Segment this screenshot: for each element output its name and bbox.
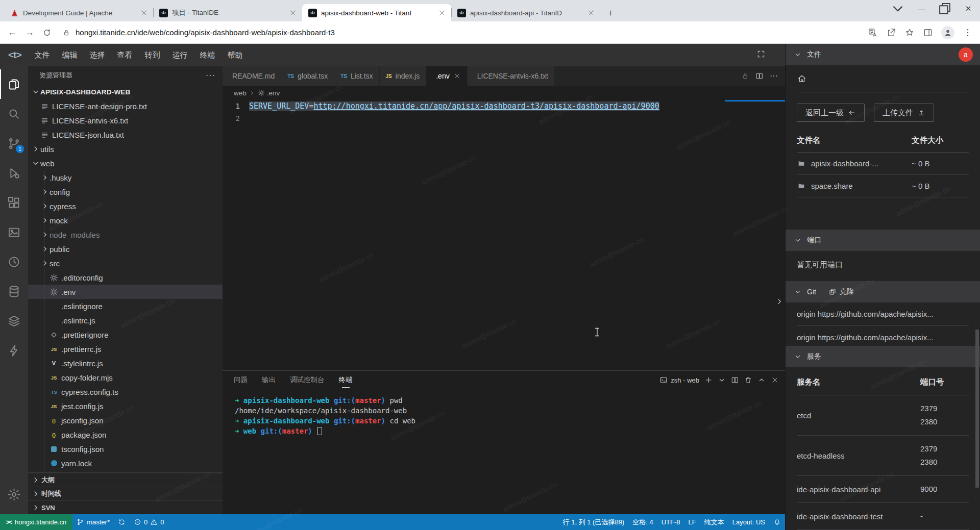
sidebar-section-时间线[interactable]: 时间线 <box>28 487 223 500</box>
status-eol[interactable]: LF <box>684 514 700 530</box>
menu-item-terminal[interactable]: 终端 <box>194 44 222 66</box>
editor-tab[interactable]: .env <box>426 66 467 86</box>
git-remote-row[interactable]: origin https://github.com/apache/apisix.… <box>797 302 969 326</box>
env-url-link[interactable]: http://hongxi.titanide.cn/app/apisix-das… <box>313 102 659 111</box>
panel-expand-chevron[interactable] <box>775 297 784 310</box>
close-panel-icon[interactable] <box>771 376 779 384</box>
activity-source-control-icon[interactable]: 1 <box>0 129 28 158</box>
side-panel-icon[interactable] <box>923 28 933 38</box>
more-actions-icon[interactable]: ··· <box>206 71 215 80</box>
file-row[interactable]: apisix-dashboard-...~ 0 B <box>797 153 969 175</box>
user-avatar[interactable]: a <box>959 47 973 62</box>
ports-section-header[interactable]: 端口 <box>786 230 980 251</box>
menu-item-edit[interactable]: 编辑 <box>56 44 84 66</box>
tree-item[interactable]: TScypress.config.ts <box>28 385 223 399</box>
site-lock-icon[interactable] <box>62 29 70 37</box>
clone-button[interactable]: 克隆 <box>828 287 854 296</box>
tree-item[interactable]: LICENSE-json.lua.txt <box>28 128 223 142</box>
activity-database-icon[interactable] <box>0 276 28 306</box>
git-section-header[interactable]: Git克隆 <box>786 281 980 302</box>
tab-close-icon[interactable] <box>289 9 297 17</box>
panel-tab-output[interactable]: 输出 <box>262 371 276 389</box>
status-keyboard-layout[interactable]: Layout: US <box>728 514 769 530</box>
tree-item[interactable]: tsconfig.json <box>28 442 223 456</box>
split-terminal-icon[interactable] <box>731 376 739 384</box>
reload-button[interactable] <box>42 28 52 38</box>
menu-item-help[interactable]: 帮助 <box>222 44 249 66</box>
panel-scrollbar[interactable] <box>975 330 979 488</box>
panel-tab-problems[interactable]: 问题 <box>234 371 248 389</box>
activity-preview-icon[interactable] <box>0 217 28 247</box>
status-encoding[interactable]: UTF-8 <box>657 514 684 530</box>
tree-item[interactable]: .env <box>28 285 223 299</box>
profile-avatar[interactable] <box>941 26 954 39</box>
tree-item[interactable]: yarn.lock <box>28 456 223 470</box>
menu-item-file[interactable]: 文件 <box>29 44 56 66</box>
tab-close-icon[interactable] <box>587 9 595 17</box>
split-editor-icon[interactable] <box>755 72 764 80</box>
menu-item-selection[interactable]: 选择 <box>84 44 111 66</box>
service-row[interactable]: etcd-headless23792380 <box>797 436 969 476</box>
window-restore-icon[interactable] <box>933 0 957 17</box>
files-section-header[interactable]: 文件a <box>786 44 980 65</box>
kill-terminal-icon[interactable] <box>744 376 752 384</box>
remote-host-indicator[interactable]: ><hongxi.titanide.cn <box>0 514 72 530</box>
editor-surface[interactable]: 12SERVE_URL_DEV=http://hongxi.titanide.c… <box>223 100 785 370</box>
service-row[interactable]: ide-apisix-dashboard-test- <box>797 503 969 530</box>
browser-tab[interactable]: ‹t›apisix-dashboard-web - TitanI <box>302 4 451 21</box>
window-close-icon[interactable]: ✕ <box>957 0 980 17</box>
tree-item[interactable]: JS.prettierrc.js <box>28 342 223 356</box>
more-actions-icon[interactable]: ··· <box>770 71 778 81</box>
browser-tab[interactable]: ‹t›apisix-dashboard-api - TitanID <box>451 4 600 21</box>
terminal-output[interactable]: ➜ apisix-dashboard-web git:(master) pwd/… <box>223 389 785 514</box>
back-button[interactable]: ← <box>7 28 17 38</box>
editor-tab[interactable]: TSglobal.tsx <box>281 66 334 86</box>
services-section-header[interactable]: 服务 <box>786 346 980 367</box>
tab-search-chevron-icon[interactable] <box>886 0 910 17</box>
menu-item-go[interactable]: 转到 <box>139 44 166 66</box>
status-cursor-position[interactable]: 行 1, 列 1 (已选择89) <box>559 514 629 530</box>
editor-tab[interactable]: LICENSE-antvis-x6.txt <box>468 66 555 86</box>
service-row[interactable]: ide-apisix-dashboard-api9000 <box>797 476 969 503</box>
panel-tab-terminal[interactable]: 终端 <box>339 371 353 389</box>
sidebar-section-SVN[interactable]: SVN <box>28 500 223 514</box>
tree-item[interactable]: JScopy-folder.mjs <box>28 370 223 385</box>
translate-icon[interactable] <box>868 28 878 38</box>
tree-root[interactable]: APISIX-DASHBOARD-WEB <box>28 85 223 99</box>
breadcrumb-dir[interactable]: web <box>234 89 247 97</box>
fullscreen-icon[interactable] <box>756 49 766 61</box>
activity-search-icon[interactable] <box>0 99 28 129</box>
sidebar-section-大纲[interactable]: 大纲 <box>28 473 223 487</box>
editor-tab[interactable]: README.md <box>223 66 281 86</box>
tree-item[interactable]: {}package.json <box>28 427 223 442</box>
tree-item[interactable]: .prettierignore <box>28 327 223 342</box>
tree-item[interactable]: JSjest.config.js <box>28 399 223 413</box>
terminal-shell-selector[interactable]: zsh - web <box>659 376 699 384</box>
address-bar[interactable]: hongxi.titanide.cn/ide/web/coding/apisix… <box>62 28 861 37</box>
terminal-dropdown-icon[interactable] <box>718 376 726 384</box>
tree-item[interactable]: .eslintignore <box>28 299 223 313</box>
tree-item[interactable]: utils <box>28 142 223 156</box>
new-terminal-icon[interactable] <box>704 376 713 384</box>
notifications-bell[interactable] <box>769 514 785 530</box>
tab-close-icon[interactable] <box>438 9 446 17</box>
tree-item[interactable]: config <box>28 185 223 199</box>
lock-icon[interactable] <box>741 72 749 80</box>
tree-item[interactable]: .editorconfig <box>28 270 223 285</box>
address-url[interactable]: hongxi.titanide.cn/ide/web/coding/apisix… <box>76 28 335 37</box>
sync-button[interactable] <box>114 514 130 530</box>
activity-settings-icon[interactable] <box>0 479 28 509</box>
tree-item[interactable]: web <box>28 156 223 170</box>
maximize-panel-icon[interactable] <box>757 376 766 384</box>
tree-item[interactable]: {}jsconfig.json <box>28 413 223 427</box>
tab-close-icon[interactable] <box>140 9 148 17</box>
tree-item[interactable]: LICENSE-ant-design-pro.txt <box>28 99 223 113</box>
activity-layers-icon[interactable] <box>0 306 28 336</box>
git-branch-indicator[interactable]: master* <box>72 514 114 530</box>
problems-indicator[interactable]: 00 <box>130 514 168 530</box>
file-row[interactable]: space.share~ 0 B <box>797 175 969 197</box>
status-indentation[interactable]: 空格: 4 <box>628 514 657 530</box>
new-tab-button[interactable] <box>603 6 618 20</box>
tree-item[interactable]: public <box>28 242 223 256</box>
status-language-mode[interactable]: 纯文本 <box>700 514 728 530</box>
